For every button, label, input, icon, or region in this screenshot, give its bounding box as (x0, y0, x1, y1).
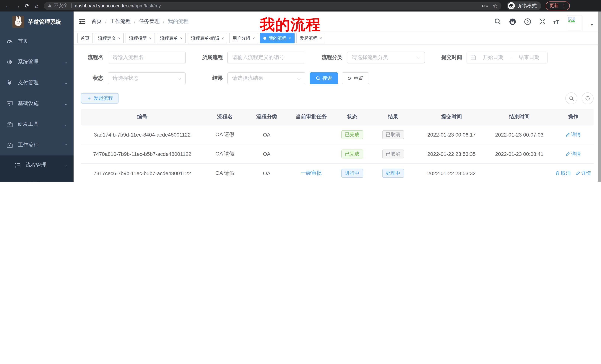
tab-start-process[interactable]: 发起流程× (296, 33, 325, 43)
col-header: 流程名 (204, 109, 246, 125)
create-process-button[interactable]: ＋ 发起流程 (81, 93, 119, 104)
browser-reload-icon[interactable]: ⟳ (22, 2, 32, 9)
tab-my-process-active[interactable]: 我的流程× (260, 33, 294, 43)
refresh-table-button[interactable] (582, 92, 594, 104)
breadcrumb-item[interactable]: 工作流程 (110, 18, 131, 25)
svg-text:?: ? (526, 19, 529, 24)
sidebar-item-label: 流程管理 (26, 162, 46, 168)
detail-link[interactable]: 详情 (566, 131, 581, 138)
avatar-caret-icon[interactable]: ▼ (590, 23, 594, 27)
tab-user-group[interactable]: 用户分组× (229, 33, 258, 43)
table-row: 7317cec6-7b9b-11ec-b5b7-acde48001122 OA … (81, 163, 594, 182)
close-icon[interactable]: × (253, 36, 255, 40)
app-logo-image (12, 16, 24, 28)
url-path: /bpm/task/my (133, 3, 161, 8)
key-icon[interactable] (481, 4, 488, 8)
browser-back-icon[interactable]: ← (3, 3, 13, 9)
tab-process-model[interactable]: 流程模型× (126, 33, 155, 43)
security-label: 不安全 (54, 3, 68, 9)
red-annotation-text: 我的流程 (260, 14, 321, 35)
col-header: 操作 (553, 109, 594, 125)
browser-menu-icon[interactable]: ⋮ (562, 3, 566, 8)
sidebar-item-system[interactable]: 系统管理 ⌄ (0, 52, 74, 72)
chevron-down-icon: ⌄ (64, 80, 68, 85)
tab-process-form-edit[interactable]: 流程表单-编辑× (188, 33, 227, 43)
cancel-link[interactable]: 取消 (555, 170, 571, 176)
gear-icon (7, 59, 13, 65)
browser-home-icon[interactable]: ⌂ (32, 3, 42, 9)
current-task-link[interactable]: 一级审批 (301, 170, 322, 176)
scrollbar-thumb[interactable] (598, 11, 601, 182)
sidebar-item-task-mgmt[interactable]: 任务管理 ⌃ (0, 175, 74, 182)
tab-home[interactable]: 首页 (77, 33, 93, 43)
result-chip: 已取消 (382, 130, 404, 139)
security-warning[interactable]: 不安全 (48, 3, 68, 9)
page-scrollbar[interactable] (598, 11, 601, 182)
browser-chrome: ← → ⟳ ⌂ 不安全 dashboard.yudao.iocoder.cn /… (0, 0, 601, 11)
breadcrumb-item[interactable]: 任务管理 (139, 18, 160, 25)
browser-forward-icon[interactable]: → (13, 3, 22, 9)
branch-icon (14, 182, 20, 182)
tree-list-icon (14, 163, 20, 168)
update-button[interactable]: 更新 ⋮ (546, 1, 570, 10)
chevron-down-icon: ⌵ (417, 55, 420, 60)
breadcrumb: 首页 / 工作流程 / 任务管理 / 我的流程 (91, 18, 189, 25)
fullscreen-icon[interactable] (539, 18, 546, 25)
result-chip: 已取消 (382, 149, 404, 158)
close-icon[interactable]: × (149, 36, 151, 40)
close-icon[interactable]: × (118, 36, 120, 40)
search-icon[interactable] (494, 18, 501, 25)
breadcrumb-item-current: 我的流程 (168, 18, 189, 25)
github-icon[interactable] (509, 18, 516, 25)
avatar[interactable] (567, 16, 582, 31)
help-icon[interactable]: ? (524, 18, 531, 25)
app-logo-row[interactable]: 芋道管理系统 (0, 11, 74, 31)
detail-link[interactable]: 详情 (576, 170, 591, 176)
sidebar-item-infra[interactable]: 基础设施 ⌄ (0, 93, 74, 114)
sidebar-item-label: 支付管理 (18, 79, 39, 86)
sidebar-item-process-mgmt[interactable]: 流程管理 ⌄ (0, 155, 74, 175)
status-select[interactable]: 请选择状态⌵ (108, 72, 186, 84)
sidebar-item-home[interactable]: 首页 (0, 31, 74, 52)
col-header: 状态 (335, 109, 369, 125)
sidebar-item-payment[interactable]: ¥ 支付管理 ⌄ (0, 72, 74, 93)
sidebar-item-label: 基础设施 (18, 100, 39, 107)
tabs-bar: 首页 流程定义× 流程模型× 流程表单× 流程表单-编辑× 用户分组× 我的流程… (74, 32, 601, 45)
incognito-icon (508, 2, 515, 9)
detail-link[interactable]: 详情 (566, 151, 581, 157)
sidebar-item-workflow[interactable]: 工作流程 ⌃ (0, 135, 74, 155)
edit-icon (566, 132, 570, 137)
col-header: 结束时间 (486, 109, 553, 125)
sidebar-item-label: 研发工具 (18, 121, 39, 128)
close-icon[interactable]: × (320, 36, 322, 40)
sidebar-item-devtools[interactable]: 研发工具 ⌄ (0, 114, 74, 135)
table-toolbar: ＋ 发起流程 (81, 92, 594, 104)
filter-row-2: 状态 请选择状态⌵ 结果 请选择流结果⌵ 搜索 ⟳ 重置 (81, 72, 594, 84)
font-size-icon[interactable]: TT (553, 18, 559, 25)
incognito-label: 无痕模式 (517, 2, 537, 9)
result-select[interactable]: 请选择流结果⌵ (227, 72, 305, 84)
address-bar[interactable]: 不安全 dashboard.yudao.iocoder.cn /bpm/task… (44, 2, 501, 10)
search-button[interactable]: 搜索 (310, 72, 338, 84)
filter-label: 流程分类 (314, 54, 342, 61)
close-icon[interactable]: × (180, 36, 182, 40)
category-select[interactable]: 请选择流程分类⌵ (347, 52, 425, 63)
tab-process-form[interactable]: 流程表单× (157, 33, 186, 43)
show-search-button[interactable] (565, 92, 577, 104)
bookmark-star-icon[interactable]: ☆ (493, 2, 498, 9)
tab-process-definition[interactable]: 流程定义× (95, 33, 124, 43)
main-area: 首页 / 工作流程 / 任务管理 / 我的流程 我的流程 ? TT ▼ (74, 11, 601, 182)
sidebar-toggle-icon[interactable] (79, 19, 85, 24)
process-def-input[interactable]: 请输入流程定义的编号 (227, 52, 305, 63)
process-name-input[interactable]: 请输入流程名 (108, 52, 186, 63)
update-label: 更新 (549, 3, 559, 9)
breadcrumb-item[interactable]: 首页 (91, 18, 102, 25)
reset-button[interactable]: ⟳ 重置 (342, 72, 369, 84)
close-icon[interactable]: × (221, 36, 224, 40)
close-icon[interactable]: × (289, 36, 291, 40)
chevron-down-icon: ⌄ (64, 122, 68, 127)
edit-icon (576, 171, 580, 175)
submit-time-range-picker[interactable]: 开始日期 - 结束日期 (467, 52, 548, 63)
divider (71, 3, 71, 8)
status-chip: 进行中 (341, 169, 363, 178)
